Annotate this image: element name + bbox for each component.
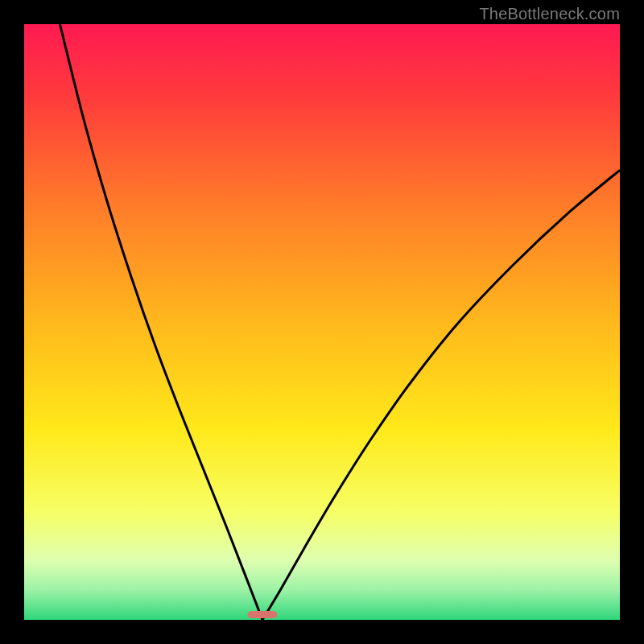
bottleneck-chart xyxy=(24,24,620,620)
gradient-background xyxy=(24,24,620,620)
minimum-marker xyxy=(248,611,278,618)
watermark-text: TheBottleneck.com xyxy=(479,5,620,23)
chart-frame xyxy=(24,24,620,620)
